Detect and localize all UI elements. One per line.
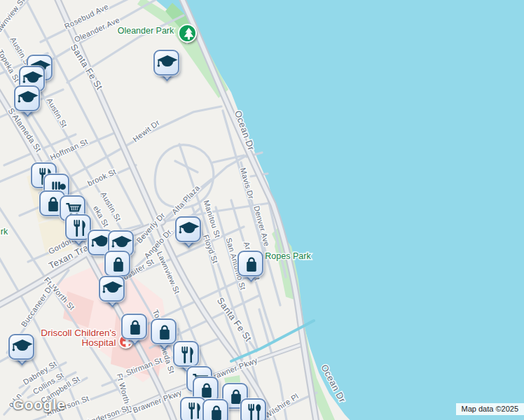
- street-label: Anderson St: [85, 404, 130, 420]
- street-label: Austin St: [46, 97, 69, 129]
- street-label: Santa Fe St: [69, 42, 105, 92]
- fork-knife-icon: [176, 344, 198, 366]
- shopping-bag-marker[interactable]: [202, 399, 228, 420]
- shopping-bag-marker[interactable]: [237, 251, 263, 276]
- shopping-bag-icon: [205, 402, 228, 420]
- fork-knife-marker[interactable]: [65, 214, 91, 240]
- shopping-bag-icon: [153, 321, 176, 344]
- fork-knife-marker[interactable]: [173, 341, 199, 367]
- shopping-bag-marker[interactable]: [121, 314, 147, 340]
- park-label[interactable]: rk: [1, 227, 8, 237]
- street-label: Mavis Dr: [239, 167, 256, 200]
- shopping-bag-marker[interactable]: [151, 318, 177, 344]
- graduation-cap-marker[interactable]: [153, 50, 179, 76]
- fork-knife-marker[interactable]: [180, 397, 206, 420]
- google-logo[interactable]: Google: [13, 396, 65, 413]
- graduation-cap-icon: [11, 337, 34, 359]
- street-label: Hewit Dr: [131, 118, 161, 144]
- graduation-cap-icon: [178, 219, 200, 241]
- park-tree-marker[interactable]: [178, 24, 197, 43]
- hospital-poi-label[interactable]: Hospital: [82, 337, 116, 348]
- graduation-cap-icon: [17, 88, 39, 111]
- shopping-bag-icon: [240, 253, 263, 276]
- park-label[interactable]: Oleander Park: [118, 26, 174, 36]
- street-label: Brawner Pkwy: [132, 388, 183, 414]
- shopping-bag-icon: [124, 316, 146, 339]
- graduation-cap-icon: [156, 52, 179, 75]
- shopping-bag-marker[interactable]: [104, 251, 130, 276]
- map-canvas[interactable]: Lawnview StRosebud AveOleander AveSanta …: [0, 0, 524, 420]
- graduation-cap-marker[interactable]: [99, 276, 125, 302]
- graduation-cap-marker[interactable]: [14, 85, 40, 111]
- fork-spoon-marker[interactable]: [240, 398, 266, 420]
- fork-spoon-icon: [243, 401, 266, 420]
- map-attribution: Map data ©2025: [456, 403, 524, 415]
- street-label: brook St: [86, 167, 117, 188]
- shopping-bag-icon: [107, 253, 130, 276]
- hospital-poi-label[interactable]: Driscoll Children's: [41, 328, 116, 338]
- graduation-cap-marker[interactable]: [8, 334, 34, 360]
- tree-icon: [179, 25, 198, 44]
- park-label[interactable]: Ropes Park: [265, 251, 311, 261]
- graduation-cap-marker[interactable]: [175, 216, 201, 242]
- graduation-cap-icon: [102, 279, 124, 301]
